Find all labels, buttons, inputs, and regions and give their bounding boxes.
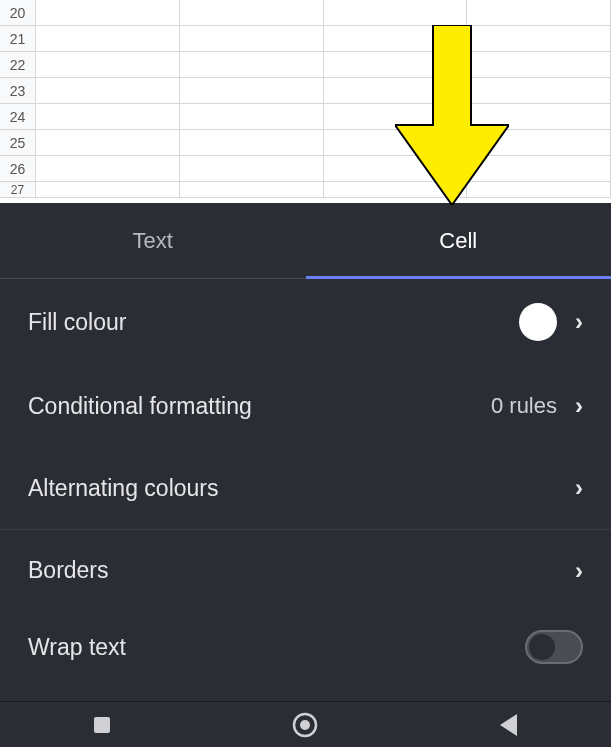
- row-header[interactable]: 27: [0, 182, 36, 197]
- fill-colour-label: Fill colour: [28, 309, 126, 336]
- row-header[interactable]: 21: [0, 26, 36, 51]
- row-header[interactable]: 22: [0, 52, 36, 77]
- tab-cell-label: Cell: [439, 228, 477, 254]
- tab-cell[interactable]: Cell: [306, 203, 612, 278]
- cell[interactable]: [36, 104, 180, 129]
- menu-conditional-formatting[interactable]: Conditional formatting 0 rules ›: [0, 365, 611, 447]
- menu-right: ›: [575, 557, 583, 585]
- menu-right: ›: [519, 303, 583, 341]
- tab-text-label: Text: [133, 228, 173, 254]
- fill-colour-swatch: [519, 303, 557, 341]
- wrap-text-label: Wrap text: [28, 634, 126, 661]
- nav-home-button[interactable]: [285, 705, 325, 745]
- grid-row[interactable]: 26: [0, 156, 611, 182]
- cell[interactable]: [180, 130, 324, 155]
- menu-list: Fill colour › Conditional formatting 0 r…: [0, 279, 611, 665]
- conditional-formatting-label: Conditional formatting: [28, 393, 252, 420]
- menu-right: [525, 630, 583, 664]
- menu-borders[interactable]: Borders ›: [0, 529, 611, 611]
- chevron-right-icon: ›: [575, 392, 583, 420]
- toggle-knob: [529, 634, 555, 660]
- cell[interactable]: [36, 130, 180, 155]
- grid-row[interactable]: 23: [0, 78, 611, 104]
- menu-right: 0 rules ›: [491, 392, 583, 420]
- menu-wrap-text[interactable]: Wrap text: [0, 611, 611, 665]
- chevron-right-icon: ›: [575, 474, 583, 502]
- spreadsheet-grid[interactable]: 20 21 22 23 24 25 26: [0, 0, 611, 203]
- cell[interactable]: [180, 0, 324, 25]
- cell[interactable]: [180, 78, 324, 103]
- wrap-text-toggle[interactable]: [525, 630, 583, 664]
- cell[interactable]: [324, 0, 468, 25]
- android-nav-bar: [0, 701, 611, 747]
- grid-row[interactable]: 27: [0, 182, 611, 198]
- row-header[interactable]: 24: [0, 104, 36, 129]
- cell[interactable]: [180, 26, 324, 51]
- cell[interactable]: [36, 78, 180, 103]
- cell[interactable]: [36, 182, 180, 197]
- cell[interactable]: [180, 104, 324, 129]
- menu-alternating-colours[interactable]: Alternating colours ›: [0, 447, 611, 529]
- cell[interactable]: [180, 52, 324, 77]
- row-header[interactable]: 26: [0, 156, 36, 181]
- cell[interactable]: [467, 0, 611, 25]
- nav-recent-button[interactable]: [82, 705, 122, 745]
- menu-fill-colour[interactable]: Fill colour ›: [0, 279, 611, 365]
- grid-row[interactable]: 25: [0, 130, 611, 156]
- alternating-colours-label: Alternating colours: [28, 475, 219, 502]
- tab-text[interactable]: Text: [0, 203, 306, 278]
- cell[interactable]: [36, 0, 180, 25]
- format-panel: Text Cell Fill colour › Conditional form…: [0, 203, 611, 701]
- grid-row[interactable]: 24: [0, 104, 611, 130]
- row-header[interactable]: 25: [0, 130, 36, 155]
- cell[interactable]: [36, 156, 180, 181]
- cell[interactable]: [180, 156, 324, 181]
- rules-count: 0 rules: [491, 393, 557, 419]
- row-header[interactable]: 20: [0, 0, 36, 25]
- row-header[interactable]: 23: [0, 78, 36, 103]
- chevron-right-icon: ›: [575, 557, 583, 585]
- down-arrow-annotation-icon: [395, 25, 509, 205]
- cell[interactable]: [180, 182, 324, 197]
- grid-row[interactable]: 22: [0, 52, 611, 78]
- grid-row[interactable]: 21: [0, 26, 611, 52]
- menu-right: ›: [575, 474, 583, 502]
- nav-back-button[interactable]: [489, 705, 529, 745]
- svg-rect-0: [94, 717, 110, 733]
- borders-label: Borders: [28, 557, 109, 584]
- grid-row[interactable]: 20: [0, 0, 611, 26]
- cell[interactable]: [36, 26, 180, 51]
- tabs: Text Cell: [0, 203, 611, 279]
- chevron-right-icon: ›: [575, 308, 583, 336]
- svg-point-2: [300, 720, 310, 730]
- cell[interactable]: [36, 52, 180, 77]
